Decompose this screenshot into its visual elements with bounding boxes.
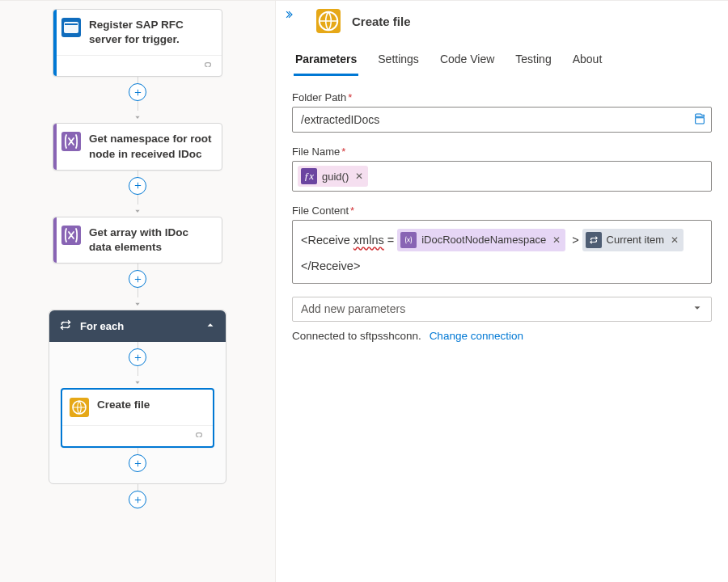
xml-close: </Receive> (301, 256, 703, 276)
field-file-content: File Content* <Receive xmlns= iDocRootNo… (292, 205, 712, 284)
folder-path-value: /extractedIDocs (301, 113, 379, 126)
loop-icon (586, 232, 602, 248)
field-file-name: File Name* ƒx guid() ✕ (292, 146, 712, 192)
link-icon[interactable] (202, 59, 214, 73)
sftp-icon (316, 9, 341, 33)
connector (129, 77, 146, 123)
pane-header: Create file (292, 1, 712, 49)
connector (129, 264, 146, 310)
tab-testing[interactable]: Testing (514, 49, 552, 76)
connection-line: Connected to sftpsshconn. Change connect… (292, 330, 712, 342)
step-register-sap-rfc[interactable]: Register SAP RFC server for trigger. (53, 9, 222, 77)
tab-code-view[interactable]: Code View (438, 49, 496, 76)
step-title: Create file (97, 398, 150, 412)
remove-chip-icon[interactable]: ✕ (552, 232, 561, 248)
connector (129, 342, 146, 388)
file-name-input[interactable]: ƒx guid() ✕ (292, 161, 712, 192)
step-title: Get array with IDoc data elements (89, 226, 212, 255)
connector (129, 171, 146, 217)
field-folder-path: Folder Path* /extractedIDocs (292, 91, 712, 133)
change-connection-link[interactable]: Change connection (430, 330, 523, 342)
add-step-button[interactable] (129, 270, 146, 288)
add-new-parameters[interactable]: Add new parameters (292, 297, 712, 322)
folder-path-label: Folder Path (292, 91, 346, 103)
var-chip-namespace[interactable]: iDocRootNodeNamespace ✕ (397, 229, 565, 251)
xml-open: <Receive (301, 230, 350, 251)
chevron-down-icon (692, 302, 703, 316)
flow-arrow-icon (133, 376, 142, 388)
file-name-label: File Name (292, 146, 340, 158)
tab-parameters[interactable]: Parameters (294, 49, 358, 76)
connector (129, 448, 146, 472)
folder-picker-icon[interactable] (693, 112, 706, 128)
fx-icon: ƒx (301, 168, 317, 184)
file-content-input[interactable]: <Receive xmlns= iDocRootNodeNamespace ✕ … (292, 220, 712, 284)
folder-path-input[interactable]: /extractedIDocs (292, 107, 712, 133)
add-step-button[interactable] (129, 177, 146, 195)
foreach-container[interactable]: For each Create file (49, 310, 226, 484)
connector (129, 484, 146, 508)
var-chip-text: iDocRootNodeNamespace (421, 231, 546, 249)
add-step-button[interactable] (129, 348, 146, 366)
flow-arrow-icon (133, 297, 142, 310)
tabs: Parameters Settings Code View Testing Ab… (292, 49, 712, 77)
foreach-title: For each (80, 320, 124, 332)
tab-about[interactable]: About (571, 49, 604, 76)
variable-icon (400, 232, 417, 248)
sftp-icon (70, 398, 89, 417)
loop-chip-current-item[interactable]: Current item ✕ (582, 229, 684, 251)
sap-icon (61, 18, 81, 37)
connection-text: Connected to sftpsshconn. (292, 330, 421, 342)
add-param-text: Add new parameters (301, 302, 405, 315)
pane-title: Create file (352, 15, 411, 28)
flow-arrow-icon (133, 205, 142, 217)
variable-icon (61, 226, 81, 245)
flow-arrow-icon (133, 111, 142, 123)
loop-icon (59, 318, 72, 334)
add-step-button[interactable] (129, 491, 146, 508)
link-icon[interactable] (193, 429, 205, 443)
add-step-button[interactable] (129, 454, 146, 472)
xml-eq: = (387, 230, 394, 251)
xml-gt: > (572, 230, 578, 251)
foreach-header[interactable]: For each (49, 310, 226, 342)
xml-xmlns: xmlns (353, 230, 384, 251)
details-pane: Create file Parameters Settings Code Vie… (275, 1, 728, 582)
step-create-file[interactable]: Create file (61, 388, 214, 448)
collapse-pane-button[interactable] (282, 9, 294, 23)
step-title: Register SAP RFC server for trigger. (89, 18, 212, 47)
tab-settings[interactable]: Settings (376, 49, 421, 76)
loop-chip-text: Current item (607, 231, 665, 249)
variable-icon (61, 132, 81, 151)
remove-chip-icon[interactable]: ✕ (355, 171, 363, 182)
file-content-label: File Content (292, 205, 349, 217)
step-get-namespace[interactable]: Get namespace for root node in received … (53, 123, 222, 170)
add-step-button[interactable] (129, 83, 146, 101)
remove-chip-icon[interactable]: ✕ (671, 232, 679, 248)
workflow-canvas: Register SAP RFC server for trigger. (0, 1, 275, 582)
fx-chip-guid[interactable]: ƒx guid() ✕ (298, 166, 368, 187)
chevron-up-icon[interactable] (205, 319, 216, 333)
step-get-array[interactable]: Get array with IDoc data elements (53, 217, 222, 264)
fx-text: guid() (322, 171, 349, 183)
step-title: Get namespace for root node in received … (89, 132, 212, 161)
